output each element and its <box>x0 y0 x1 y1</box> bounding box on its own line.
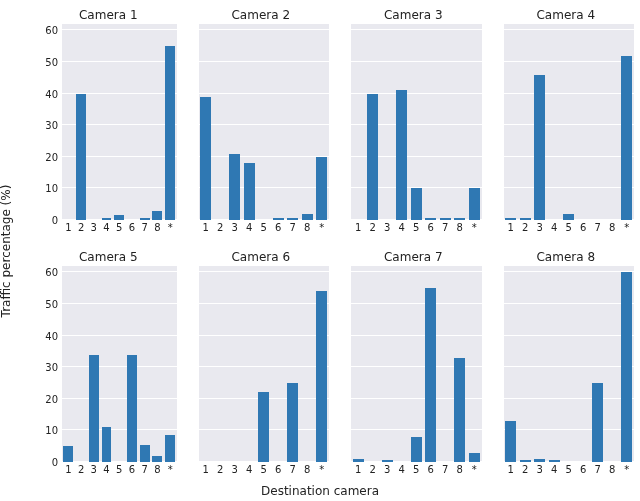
xtick-label: 3 <box>537 222 543 233</box>
bar <box>367 94 378 220</box>
xtick-label: 5 <box>261 222 267 233</box>
plot-area <box>351 266 482 462</box>
xtick-label: 6 <box>428 222 434 233</box>
xtick-label: 8 <box>154 464 160 475</box>
panel-camera-1: Camera 1010203040506012345678* <box>40 8 177 236</box>
x-axis-label: Destination camera <box>261 484 379 498</box>
ytick-label: 10 <box>45 425 58 436</box>
xtick-label: 4 <box>399 222 405 233</box>
panel-title: Camera 1 <box>40 8 177 22</box>
xtick-label: 4 <box>246 222 252 233</box>
xtick-label: 6 <box>275 222 281 233</box>
ytick-label: 50 <box>45 298 58 309</box>
xtick-label: 3 <box>91 464 97 475</box>
plot-area <box>199 266 330 462</box>
bars <box>62 24 177 220</box>
xtick-row: 12345678* <box>193 462 330 478</box>
xtick-label: * <box>472 222 477 233</box>
bars <box>351 266 482 462</box>
xtick-row: 12345678* <box>345 220 482 236</box>
bar <box>425 288 436 462</box>
xtick-label: 7 <box>595 222 601 233</box>
xtick-label: 7 <box>442 464 448 475</box>
bars <box>504 266 635 462</box>
bar <box>592 383 603 462</box>
bar <box>505 421 516 462</box>
y-axis-label: Traffic percentage (%) <box>0 184 13 317</box>
xtick-label: 8 <box>609 222 615 233</box>
xtick-label: 8 <box>609 464 615 475</box>
xtick-label: 2 <box>370 464 376 475</box>
panel-title: Camera 7 <box>345 250 482 264</box>
panel-title: Camera 5 <box>40 250 177 264</box>
bar <box>411 437 422 462</box>
bar <box>165 46 175 220</box>
axes <box>345 24 482 220</box>
bar <box>316 291 327 462</box>
plot-area <box>504 24 635 220</box>
plot-area <box>351 24 482 220</box>
ytick-label: 40 <box>45 88 58 99</box>
xticks: 12345678* <box>504 220 635 236</box>
ytick-column: 0102030405060 <box>40 24 62 220</box>
xtick-label: 3 <box>384 222 390 233</box>
bars <box>504 24 635 220</box>
xtick-label: 1 <box>203 222 209 233</box>
ytick-label: 30 <box>45 362 58 373</box>
xtick-label: 7 <box>290 464 296 475</box>
figure: Traffic percentage (%) Destination camer… <box>0 0 640 501</box>
xticks: 12345678* <box>62 220 177 236</box>
xtick-label: 2 <box>78 222 84 233</box>
xtick-label: 7 <box>442 222 448 233</box>
xtick-label: 7 <box>142 464 148 475</box>
bar <box>127 355 137 462</box>
xtick-label: 1 <box>65 222 71 233</box>
panel-grid: Camera 1010203040506012345678*Camera 212… <box>40 8 634 478</box>
xtick-label: * <box>168 464 173 475</box>
bar <box>89 355 99 462</box>
xtick-label: 6 <box>428 464 434 475</box>
bar <box>316 157 327 220</box>
xtick-label: 8 <box>304 464 310 475</box>
xtick-label: * <box>624 222 629 233</box>
xticks: 12345678* <box>504 462 635 478</box>
xtick-label: 1 <box>355 222 361 233</box>
axes: 0102030405060 <box>40 24 177 220</box>
bar <box>534 75 545 220</box>
xtick-label: 3 <box>91 222 97 233</box>
panel-title: Camera 6 <box>193 250 330 264</box>
bar <box>396 90 407 220</box>
panel-camera-7: Camera 712345678* <box>345 250 482 478</box>
plot-area <box>199 24 330 220</box>
xtick-row: 12345678* <box>193 220 330 236</box>
xtick-row: 12345678* <box>498 462 635 478</box>
axes: 0102030405060 <box>40 266 177 462</box>
xtick-label: * <box>624 464 629 475</box>
xtick-label: 4 <box>399 464 405 475</box>
panel-title: Camera 3 <box>345 8 482 22</box>
xtick-label: 7 <box>142 222 148 233</box>
axes <box>498 24 635 220</box>
bar <box>469 188 480 220</box>
xtick-label: 5 <box>116 464 122 475</box>
bar <box>454 358 465 462</box>
ytick-label: 60 <box>45 267 58 278</box>
panel-camera-8: Camera 812345678* <box>498 250 635 478</box>
xtick-label: 6 <box>129 464 135 475</box>
xtick-label: 4 <box>551 464 557 475</box>
xtick-label: 1 <box>355 464 361 475</box>
xticks: 12345678* <box>351 462 482 478</box>
xtick-label: 1 <box>508 464 514 475</box>
xtick-label: 3 <box>384 464 390 475</box>
xtick-label: 2 <box>217 222 223 233</box>
xtick-label: 7 <box>290 222 296 233</box>
xtick-label: 8 <box>304 222 310 233</box>
xtick-label: 5 <box>116 222 122 233</box>
bar <box>152 211 162 220</box>
xtick-label: 1 <box>203 464 209 475</box>
xtick-label: 5 <box>413 222 419 233</box>
ytick-label: 30 <box>45 120 58 131</box>
bar <box>63 446 73 462</box>
bar <box>287 383 298 462</box>
xtick-row: 12345678* <box>40 462 177 478</box>
